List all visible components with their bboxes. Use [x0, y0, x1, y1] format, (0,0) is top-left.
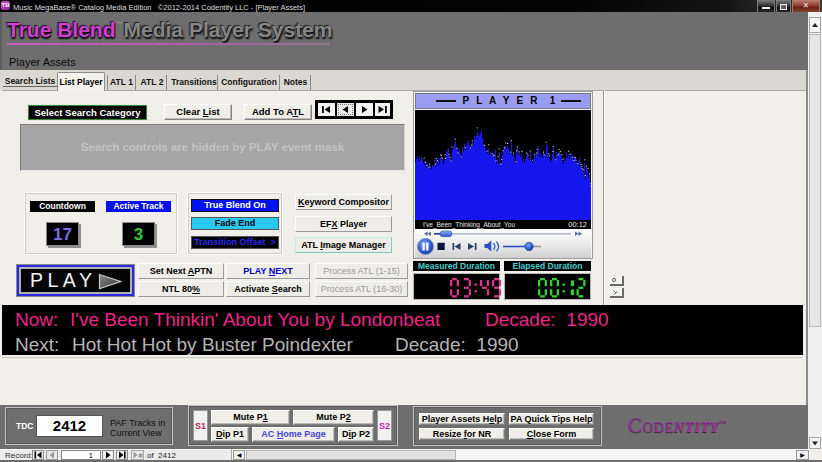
- svg-text:✱: ✱: [138, 452, 143, 459]
